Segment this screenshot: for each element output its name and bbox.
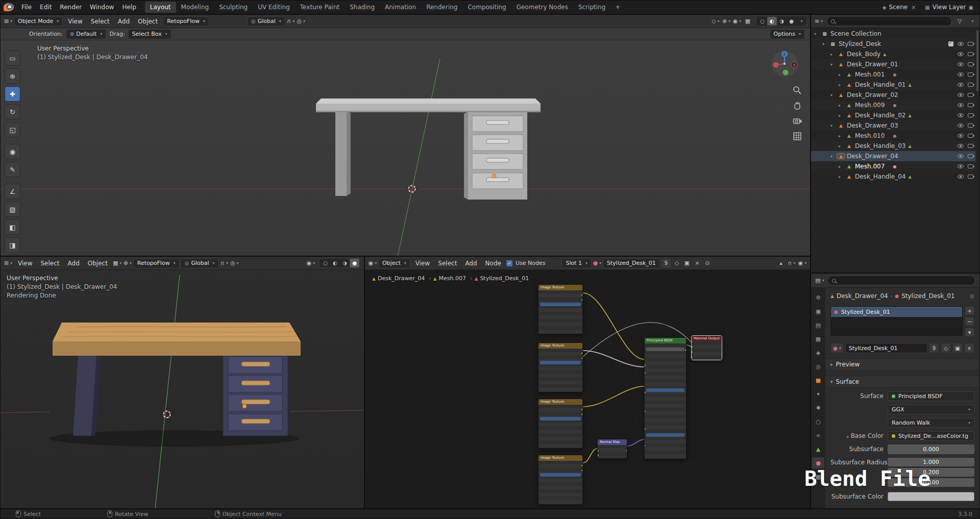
displacement-input-socket[interactable] xyxy=(691,356,693,359)
workspace-tab[interactable]: Modeling xyxy=(176,2,214,13)
add-workspace-button[interactable]: + xyxy=(611,3,624,12)
disable-render-icon[interactable] xyxy=(968,52,973,56)
workspace-tab[interactable]: Animation xyxy=(380,2,421,13)
outliner-row[interactable]: ▸ Desk_Handle_03 xyxy=(811,141,975,151)
subsurface-color-swatch[interactable] xyxy=(888,492,974,501)
tool-button[interactable]: ▭ xyxy=(5,51,20,66)
surface-section-header[interactable]: ▾ Surface xyxy=(825,376,979,388)
workspace-tab[interactable]: Shading xyxy=(345,2,380,13)
snapping-magnet-icon[interactable]: ∩ xyxy=(286,16,296,26)
row-label[interactable]: Mesh.007 xyxy=(855,163,885,170)
properties-tab[interactable]: ◎ xyxy=(812,361,824,372)
input-socket[interactable] xyxy=(644,391,646,394)
material-name-input[interactable]: Stylized_Desk_01 xyxy=(845,343,927,353)
input-socket[interactable] xyxy=(644,428,646,431)
outliner-row[interactable]: ▸ Desk_Handle_01 xyxy=(811,80,975,90)
expand-caret-icon[interactable]: ▾ xyxy=(830,154,837,159)
node-canvas[interactable]: Image Texture Image Texture Image Textur… xyxy=(365,270,810,509)
hide-viewport-icon[interactable] xyxy=(958,154,964,158)
expand-caret-icon[interactable]: ▸ xyxy=(839,175,845,179)
properties-tab[interactable]: ○ xyxy=(812,416,824,427)
menu-item[interactable]: Render xyxy=(56,2,86,12)
expand-caret-icon[interactable]: ▾ xyxy=(830,62,837,67)
pin-icon[interactable]: ⊙ xyxy=(970,293,974,300)
shading-solid-button[interactable]: ◐ xyxy=(767,17,777,26)
outliner-row[interactable]: ▾ Desk_Drawer_04 xyxy=(811,151,975,161)
remove-slot-button[interactable]: − xyxy=(965,317,974,326)
image-texture-node[interactable]: Image Texture xyxy=(538,284,583,334)
properties-tab[interactable]: ◈ xyxy=(812,347,824,358)
slot-specials-button[interactable]: ▾ xyxy=(965,328,974,337)
hide-viewport-icon[interactable] xyxy=(958,93,964,97)
alpha-output-socket[interactable] xyxy=(581,299,583,302)
image-texture-node[interactable]: Image Texture xyxy=(538,342,583,392)
volume-input-socket[interactable] xyxy=(691,351,693,354)
properties-tab[interactable]: ■ xyxy=(812,375,824,386)
shading-material-button[interactable]: ◑ xyxy=(340,259,350,267)
orientation-dropdown[interactable]: ⊕Default xyxy=(66,29,107,39)
normal-output-socket[interactable] xyxy=(625,449,627,452)
hide-viewport-icon[interactable] xyxy=(958,144,964,148)
hide-viewport-icon[interactable] xyxy=(958,42,964,46)
drag-dropdown[interactable]: Select Box xyxy=(128,29,172,39)
hide-viewport-icon[interactable] xyxy=(958,113,964,117)
browse-material-icon[interactable]: ● xyxy=(830,343,844,353)
preview-section-header[interactable]: ▸ Preview xyxy=(825,358,979,370)
properties-tab[interactable]: ▦ xyxy=(812,333,824,344)
tool-button[interactable]: ✎ xyxy=(5,162,20,177)
properties-tab[interactable]: ▣ xyxy=(812,306,824,317)
options-dropdown[interactable]: Options xyxy=(770,29,805,39)
expand-caret-icon[interactable]: ▾ xyxy=(814,32,821,36)
row-label[interactable]: Desk_Handle_02 xyxy=(855,112,905,119)
outliner-row[interactable]: ▾ Scene Collection xyxy=(811,29,975,39)
desk-model-rendered[interactable] xyxy=(53,323,301,436)
color-output-socket[interactable] xyxy=(581,464,583,467)
disable-render-icon[interactable] xyxy=(968,134,973,138)
menu-item[interactable]: Select xyxy=(87,16,114,27)
workspace-tab[interactable]: Texture Paint xyxy=(295,2,345,13)
disable-render-icon[interactable] xyxy=(968,123,973,128)
input-socket[interactable] xyxy=(644,410,646,413)
expand-caret-icon[interactable]: ▸ xyxy=(839,144,845,149)
menu-item[interactable]: Help xyxy=(118,2,140,12)
tool-button[interactable]: ✚ xyxy=(5,86,20,102)
image-texture-node[interactable]: Image Texture xyxy=(538,455,583,505)
shading-rendered-button[interactable]: ● xyxy=(350,259,359,267)
row-label[interactable]: Desk_Body xyxy=(847,51,880,58)
menu-item[interactable]: Object xyxy=(134,16,162,27)
radius-value-field[interactable]: 1.000 xyxy=(888,458,974,466)
pan-hand-icon[interactable] xyxy=(792,101,802,111)
material-output-node[interactable]: Material Output xyxy=(691,335,722,360)
hide-viewport-icon[interactable] xyxy=(958,72,964,77)
row-label[interactable]: Stylized_Desk xyxy=(839,40,881,47)
row-label[interactable]: Desk_Handle_04 xyxy=(855,173,905,180)
disable-render-icon[interactable] xyxy=(968,113,973,117)
navigation-gizmo[interactable]: Z X xyxy=(770,50,799,78)
editor-type-icon[interactable]: ≡ xyxy=(814,16,823,26)
orthographic-grid-icon[interactable] xyxy=(792,131,802,141)
tool-button[interactable]: ◉ xyxy=(5,144,20,159)
bsdf-output-socket[interactable] xyxy=(684,349,687,352)
outliner-row[interactable]: ▸ Mesh.001 xyxy=(811,69,975,80)
hide-viewport-icon[interactable] xyxy=(958,52,964,56)
outliner-row[interactable]: ▸ Desk_Body xyxy=(811,49,975,59)
disable-render-icon[interactable] xyxy=(968,103,973,107)
alpha-output-socket[interactable] xyxy=(581,469,583,472)
parent-node-tree-icon[interactable]: ▴ xyxy=(776,258,786,268)
shader-type-dropdown[interactable]: Object xyxy=(378,258,410,268)
outliner-options-icon[interactable] xyxy=(967,16,976,26)
retopoflow-menu[interactable]: RetopoFlow xyxy=(163,16,209,27)
menu-item[interactable]: Edit xyxy=(36,2,56,12)
menu-item[interactable]: Add xyxy=(114,16,134,27)
surface-input-socket[interactable] xyxy=(691,345,693,349)
fake-user-shield-button[interactable]: ◇ xyxy=(941,343,951,353)
disable-render-icon[interactable] xyxy=(968,93,973,97)
breadcrumb-object[interactable]: Desk_Drawer_04 xyxy=(837,292,888,300)
outliner-row[interactable]: ▾ Stylized_Desk xyxy=(811,39,975,49)
expand-caret-icon[interactable]: ▸ xyxy=(839,113,845,118)
color-output-socket[interactable] xyxy=(581,352,583,355)
expand-caret-icon[interactable]: ▸ xyxy=(839,134,845,138)
menu-item[interactable]: Select xyxy=(434,258,461,268)
filter-icon[interactable]: ▽ xyxy=(955,16,964,26)
snapping-magnet-icon[interactable]: ∩ xyxy=(220,258,229,268)
